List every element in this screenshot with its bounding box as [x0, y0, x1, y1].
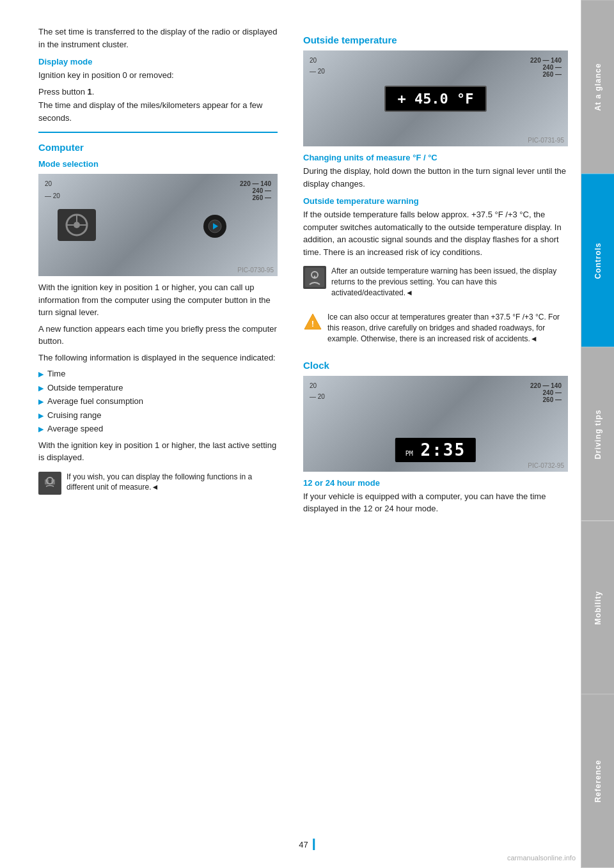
bullet-arrow-5: ▶ — [38, 424, 43, 435]
computer-heading: Computer — [38, 142, 278, 153]
section-divider — [38, 132, 278, 133]
clock-image: 20 — 20 220 — 140 240 — 260 — PM 2:35 PI… — [303, 376, 568, 472]
outside-gauge-left: 20 — 20 — [310, 57, 325, 75]
tab-reference[interactable]: Reference — [581, 694, 614, 868]
bullet-item-time: ▶ Time — [38, 368, 278, 380]
mode-selection-caption: PIC-0730-95 — [237, 267, 274, 274]
bullet-list: ▶ Time ▶ Outside temperature ▶ Average f… — [38, 368, 278, 435]
main-content: The set time is transferred to the displ… — [0, 0, 581, 557]
clock-caption: PIC-0732-95 — [528, 462, 564, 469]
bullet-item-outside-temp: ▶ Outside temperature — [38, 382, 278, 394]
clock-ampm: PM — [405, 450, 413, 457]
bullet-arrow-2: ▶ — [38, 383, 43, 394]
bullet-item-speed: ▶ Average speed — [38, 422, 278, 435]
outside-temp-caption: PIC-0731-95 — [528, 137, 564, 144]
outside-temp-note1: ▲ After an outside temperature warning h… — [303, 263, 568, 304]
outside-temp-image: 20 — 20 220 — 140 240 — 260 — + 45.0 °F … — [303, 50, 568, 146]
clock-gauge-left: 20 — 20 — [310, 382, 325, 400]
display-mode-line1: Ignition key in position 0 or removed: — [38, 69, 278, 82]
outside-temp-note2: ! Ice can also occur at temperatures gre… — [303, 309, 568, 350]
left-column: The set time is transferred to the displ… — [0, 26, 290, 519]
outside-temp-warning-text: If the outside temperature falls below a… — [303, 208, 568, 258]
changing-units-text: During the display, hold down the button… — [303, 165, 568, 190]
page-number: 47 — [299, 840, 308, 849]
page-number-area: 47 — [299, 839, 315, 850]
computer-para2: A new function appears each time you bri… — [38, 323, 278, 348]
bullet-arrow-4: ▶ — [38, 410, 43, 421]
svg-text:▲: ▲ — [312, 274, 317, 279]
svg-point-1 — [74, 222, 80, 228]
computer-para3: The following information is displayed i… — [38, 352, 278, 364]
warning-triangle-icon: ! — [303, 312, 322, 331]
right-column: Outside temperature 20 — 20 220 — 140 24… — [290, 26, 581, 519]
bullet-item-fuel: ▶ Average fuel consumption — [38, 395, 278, 408]
intro-paragraph: The set time is transferred to the displ… — [38, 26, 278, 50]
clock-time: 2:35 — [421, 440, 466, 460]
info-note-text: If you wish, you can display the followi… — [67, 472, 278, 493]
computer-button-icon — [203, 215, 226, 238]
mode-selection-subheading: Mode selection — [38, 159, 278, 169]
info-note-unit: If you wish, you can display the followi… — [38, 469, 278, 500]
hour-mode-text: If your vehicle is equipped with a compu… — [303, 490, 568, 515]
temperature-display: + 45.0 °F — [384, 86, 486, 112]
hour-mode-subheading: 12 or 24 hour mode — [303, 478, 568, 488]
info-car-icon — [38, 472, 61, 495]
computer-para1: With the ignition key in position 1 or h… — [38, 281, 278, 319]
after-bullets: With the ignition key in position 1 or h… — [38, 439, 278, 464]
clock-heading: Clock — [303, 360, 568, 371]
watermark: carmanualsonline.info — [507, 854, 576, 862]
changing-units-subheading: Changing units of measure °F / °C — [303, 153, 568, 162]
tab-at-a-glance[interactable]: At a glance — [581, 0, 614, 174]
tab-mobility[interactable]: Mobility — [581, 521, 614, 695]
outside-gauge-right: 220 — 140 240 — 260 — — [530, 57, 562, 78]
display-mode-line2: Press button 1. — [38, 86, 278, 98]
svg-rect-10 — [51, 479, 55, 484]
note1-text: After an outside temperature warning has… — [331, 266, 568, 298]
bullet-arrow-3: ▶ — [38, 396, 43, 407]
note2-text: Ice can also occur at temperatures great… — [327, 312, 568, 344]
gauge-left-numbers: 20 — 20 — [45, 180, 60, 199]
gauge-right-numbers: 220 — 140 240 — 260 — — [240, 180, 271, 201]
page-indicator-bar — [313, 839, 315, 850]
outside-temp-warning-subheading: Outside temperature warning — [303, 196, 568, 206]
svg-text:!: ! — [311, 319, 314, 329]
outside-temp-heading: Outside temperature — [303, 35, 568, 45]
clock-gauge-right: 220 — 140 240 — 260 — — [530, 382, 562, 403]
bullet-arrow-1: ▶ — [38, 369, 43, 380]
display-mode-line3: The time and display of the miles/kilome… — [38, 99, 278, 124]
steering-wheel-icon — [58, 209, 96, 241]
mode-selection-image: 20 — 20 220 — 140 240 — 260 — — [38, 174, 278, 276]
display-mode-heading: Display mode — [38, 57, 278, 66]
svg-rect-9 — [45, 479, 49, 484]
clock-display-box: PM 2:35 — [395, 438, 476, 462]
bullet-item-range: ▶ Cruising range — [38, 409, 278, 422]
tab-driving-tips[interactable]: Driving tips — [581, 347, 614, 521]
note1-icon: ▲ — [303, 266, 326, 289]
side-tabs: At a glance Controls Driving tips Mobili… — [581, 0, 614, 868]
tab-controls[interactable]: Controls — [581, 174, 614, 348]
